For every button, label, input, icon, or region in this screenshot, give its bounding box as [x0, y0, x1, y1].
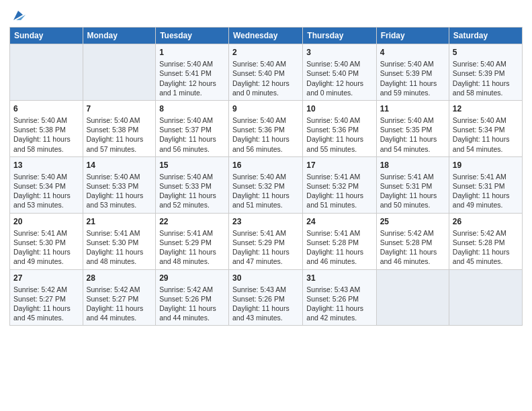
sunrise-text: Sunrise: 5:41 AM [232, 228, 299, 238]
daylight-text: Daylight: 11 hours and 55 minutes. [306, 134, 372, 153]
sunrise-text: Sunrise: 5:40 AM [232, 59, 299, 68]
day-number: 11 [380, 103, 445, 114]
day-number: 25 [380, 216, 445, 227]
calendar-cell: 31Sunrise: 5:43 AMSunset: 5:26 PMDayligh… [303, 269, 376, 326]
daylight-text: Daylight: 11 hours and 45 minutes. [13, 304, 79, 322]
daylight-text: Daylight: 11 hours and 53 minutes. [87, 191, 152, 210]
daylight-text: Daylight: 11 hours and 46 minutes. [306, 247, 372, 266]
calendar-cell: 27Sunrise: 5:42 AMSunset: 5:27 PMDayligh… [10, 269, 83, 326]
day-number: 8 [159, 103, 225, 114]
sunset-text: Sunset: 5:30 PM [13, 238, 79, 247]
calendar-cell: 17Sunrise: 5:41 AMSunset: 5:32 PMDayligh… [303, 156, 376, 213]
calendar-cell: 7Sunrise: 5:40 AMSunset: 5:38 PMDaylight… [83, 100, 156, 156]
sunrise-text: Sunrise: 5:40 AM [232, 172, 299, 181]
calendar-cell: 14Sunrise: 5:40 AMSunset: 5:33 PMDayligh… [83, 156, 156, 213]
weekday-header-wednesday: Wednesday [229, 28, 303, 44]
calendar-cell: 29Sunrise: 5:42 AMSunset: 5:26 PMDayligh… [156, 269, 229, 326]
daylight-text: Daylight: 11 hours and 54 minutes. [380, 134, 445, 153]
calendar-cell: 30Sunrise: 5:43 AMSunset: 5:26 PMDayligh… [229, 269, 303, 326]
day-number: 17 [306, 160, 372, 171]
calendar-cell: 21Sunrise: 5:41 AMSunset: 5:30 PMDayligh… [83, 213, 156, 269]
daylight-text: Daylight: 11 hours and 49 minutes. [453, 191, 519, 210]
calendar-cell [449, 269, 522, 326]
sunrise-text: Sunrise: 5:41 AM [13, 228, 79, 238]
sunrise-text: Sunrise: 5:41 AM [453, 172, 519, 181]
daylight-text: Daylight: 11 hours and 48 minutes. [159, 247, 225, 266]
sunrise-text: Sunrise: 5:40 AM [380, 59, 445, 68]
calendar-week-3: 13Sunrise: 5:40 AMSunset: 5:34 PMDayligh… [10, 156, 523, 213]
sunset-text: Sunset: 5:28 PM [306, 238, 372, 247]
daylight-text: Daylight: 11 hours and 57 minutes. [87, 134, 152, 153]
weekday-header-thursday: Thursday [303, 28, 376, 44]
daylight-text: Daylight: 11 hours and 44 minutes. [159, 304, 225, 322]
daylight-text: Daylight: 11 hours and 44 minutes. [87, 304, 152, 322]
calendar-cell [83, 44, 156, 101]
sunset-text: Sunset: 5:40 PM [232, 68, 299, 78]
day-number: 28 [87, 273, 152, 283]
daylight-text: Daylight: 11 hours and 56 minutes. [232, 134, 299, 153]
calendar-cell: 2Sunrise: 5:40 AMSunset: 5:40 PMDaylight… [229, 44, 303, 101]
calendar-cell: 22Sunrise: 5:41 AMSunset: 5:29 PMDayligh… [156, 213, 229, 269]
sunrise-text: Sunrise: 5:40 AM [159, 116, 225, 125]
sunrise-text: Sunrise: 5:41 AM [159, 228, 225, 238]
sunset-text: Sunset: 5:35 PM [380, 125, 445, 134]
day-number: 15 [159, 160, 225, 171]
weekday-header-monday: Monday [83, 28, 156, 44]
sunrise-text: Sunrise: 5:40 AM [453, 59, 519, 68]
daylight-text: Daylight: 11 hours and 50 minutes. [380, 191, 445, 210]
sunrise-text: Sunrise: 5:40 AM [232, 116, 299, 125]
day-number: 19 [453, 160, 519, 171]
sunset-text: Sunset: 5:38 PM [87, 125, 152, 134]
calendar-week-2: 6Sunrise: 5:40 AMSunset: 5:38 PMDaylight… [10, 100, 523, 156]
logo-icon [11, 8, 26, 23]
calendar-cell: 23Sunrise: 5:41 AMSunset: 5:29 PMDayligh… [229, 213, 303, 269]
daylight-text: Daylight: 11 hours and 51 minutes. [232, 191, 299, 210]
calendar-cell: 19Sunrise: 5:41 AMSunset: 5:31 PMDayligh… [449, 156, 522, 213]
sunset-text: Sunset: 5:26 PM [306, 294, 372, 304]
sunrise-text: Sunrise: 5:42 AM [453, 228, 519, 238]
sunset-text: Sunset: 5:40 PM [306, 68, 372, 78]
day-number: 29 [159, 273, 225, 283]
sunrise-text: Sunrise: 5:40 AM [306, 59, 372, 68]
sunset-text: Sunset: 5:41 PM [159, 68, 225, 78]
calendar-week-4: 20Sunrise: 5:41 AMSunset: 5:30 PMDayligh… [10, 213, 523, 269]
day-number: 1 [159, 47, 225, 58]
calendar-week-1: 1Sunrise: 5:40 AMSunset: 5:41 PMDaylight… [10, 44, 523, 101]
day-number: 6 [13, 103, 79, 114]
daylight-text: Daylight: 11 hours and 58 minutes. [13, 134, 79, 153]
calendar-cell: 5Sunrise: 5:40 AMSunset: 5:39 PMDaylight… [449, 44, 522, 101]
daylight-text: Daylight: 12 hours and 1 minute. [159, 79, 225, 97]
sunrise-text: Sunrise: 5:42 AM [13, 285, 79, 294]
page: SundayMondayTuesdayWednesdayThursdayFrid… [0, 0, 532, 411]
day-number: 3 [306, 47, 372, 58]
daylight-text: Daylight: 12 hours and 0 minutes. [306, 79, 372, 97]
day-number: 27 [13, 273, 79, 283]
day-number: 24 [306, 216, 372, 227]
sunset-text: Sunset: 5:29 PM [232, 238, 299, 247]
calendar-cell: 28Sunrise: 5:42 AMSunset: 5:27 PMDayligh… [83, 269, 156, 326]
day-number: 18 [380, 160, 445, 171]
sunrise-text: Sunrise: 5:42 AM [380, 228, 445, 238]
calendar-cell: 1Sunrise: 5:40 AMSunset: 5:41 PMDaylight… [156, 44, 229, 101]
sunrise-text: Sunrise: 5:40 AM [159, 172, 225, 181]
calendar-table: SundayMondayTuesdayWednesdayThursdayFrid… [9, 27, 523, 326]
calendar-cell [10, 44, 83, 101]
daylight-text: Daylight: 11 hours and 51 minutes. [306, 191, 372, 210]
calendar-week-5: 27Sunrise: 5:42 AMSunset: 5:27 PMDayligh… [10, 269, 523, 326]
daylight-text: Daylight: 11 hours and 46 minutes. [380, 247, 445, 266]
sunrise-text: Sunrise: 5:40 AM [13, 172, 79, 181]
day-number: 7 [87, 103, 152, 114]
sunset-text: Sunset: 5:36 PM [232, 125, 299, 134]
sunrise-text: Sunrise: 5:40 AM [453, 116, 519, 125]
sunset-text: Sunset: 5:39 PM [453, 68, 519, 78]
day-number: 5 [453, 47, 519, 58]
daylight-text: Daylight: 11 hours and 53 minutes. [13, 191, 79, 210]
daylight-text: Daylight: 11 hours and 58 minutes. [453, 79, 519, 97]
day-number: 26 [453, 216, 519, 227]
calendar-cell: 16Sunrise: 5:40 AMSunset: 5:32 PMDayligh… [229, 156, 303, 213]
calendar-cell: 25Sunrise: 5:42 AMSunset: 5:28 PMDayligh… [376, 213, 449, 269]
sunset-text: Sunset: 5:37 PM [159, 125, 225, 134]
sunrise-text: Sunrise: 5:41 AM [306, 172, 372, 181]
sunrise-text: Sunrise: 5:40 AM [380, 116, 445, 125]
daylight-text: Daylight: 11 hours and 49 minutes. [13, 247, 79, 266]
